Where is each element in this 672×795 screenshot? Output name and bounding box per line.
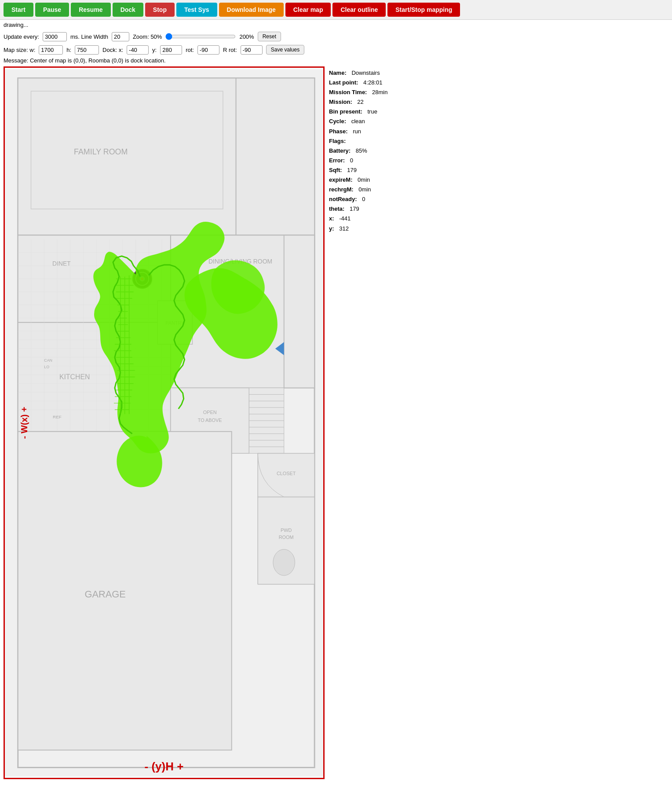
zoom-slider[interactable] [165, 33, 236, 40]
svg-rect-3 [236, 78, 315, 235]
svg-rect-59 [284, 235, 314, 388]
start-stop-mapping-button[interactable]: Start/Stop mapping [387, 3, 460, 17]
info-cycle-label: Cycle: [329, 117, 346, 126]
dock-y-input[interactable] [160, 45, 182, 55]
update-label: Update every: [4, 33, 39, 40]
info-name-value: Downstairs [351, 68, 380, 78]
info-notready-value: 0 [362, 194, 365, 204]
info-sqft-row: Sqft: 179 [329, 165, 408, 175]
info-notready-row: notReady: 0 [329, 194, 408, 204]
rot-input[interactable] [197, 45, 219, 55]
dock-y-label: y: [152, 47, 157, 53]
info-cycle-row: Cycle: clean [329, 117, 408, 126]
status-row: drawing... [0, 20, 672, 30]
test-sys-button[interactable]: Test Sys [176, 3, 217, 17]
map-width-input[interactable] [39, 45, 63, 55]
info-mission-value: 22 [357, 97, 363, 107]
info-theta-row: theta: 179 [329, 204, 408, 214]
dock-button[interactable]: Dock [113, 3, 143, 17]
r-rot-label: R rot: [223, 47, 237, 53]
info-rechrg-row: rechrgM: 0min [329, 185, 408, 194]
info-battery-label: Battery: [329, 146, 351, 156]
map-height-input[interactable] [75, 45, 99, 55]
axis-h-label: - (y)H + [145, 760, 184, 773]
svg-point-63 [273, 550, 295, 576]
dock-x-input[interactable] [127, 45, 149, 55]
info-bin-row: Bin present: true [329, 107, 408, 117]
info-mission-time-value: 28min [372, 88, 387, 97]
info-cycle-value: clean [351, 117, 365, 126]
info-expire-label: expireM: [329, 175, 352, 185]
info-name-label: Name: [329, 68, 347, 78]
update-input[interactable] [43, 32, 67, 41]
svg-rect-2 [18, 78, 236, 235]
info-mission-label: Mission: [329, 97, 352, 107]
line-width-input[interactable] [112, 32, 129, 41]
clear-map-button[interactable]: Clear map [285, 3, 331, 17]
floor-plan-svg: FAMILY ROOM DINING/LIVING ROOM DINET KIT… [5, 68, 323, 778]
info-y-label: y: [329, 224, 334, 234]
info-flags-row: Flags: [329, 136, 408, 146]
message-text: Message: Center of map is (0,0), Roomba … [4, 57, 166, 64]
info-sqft-value: 179 [347, 165, 357, 175]
info-expire-row: expireM: 0min [329, 175, 408, 185]
info-notready-label: notReady: [329, 194, 357, 204]
reset-button[interactable]: Reset [258, 32, 281, 41]
info-y-row: y: 312 [329, 224, 408, 234]
info-theta-value: 179 [350, 204, 359, 214]
ms-line-width-label: ms. Line Width [70, 33, 108, 40]
start-button[interactable]: Start [4, 3, 33, 17]
drawing-status: drawing... [4, 22, 28, 28]
svg-text:REF: REF [53, 414, 62, 419]
dinet-label: DINET [52, 260, 71, 267]
info-error-value: 0 [350, 156, 353, 165]
info-x-value: -441 [339, 214, 351, 223]
stop-button[interactable]: Stop [145, 3, 175, 17]
map-size-label: Map size: w: [4, 47, 35, 53]
message-row: Message: Center of map is (0,0), Roomba … [0, 56, 672, 65]
toolbar: Start Pause Resume Dock Stop Test Sys Do… [0, 0, 672, 20]
kitchen-label: KITCHEN [59, 373, 90, 381]
info-x-label: x: [329, 214, 334, 223]
r-rot-input[interactable] [241, 45, 263, 55]
clear-outline-button[interactable]: Clear outline [332, 3, 386, 17]
info-panel: Name: Downstairs Last point: 4:28:01 Mis… [329, 66, 408, 779]
info-mission-time-label: Mission Time: [329, 88, 367, 97]
info-battery-value: 85% [356, 146, 367, 156]
controls-row-1: Update every: ms. Line Width Zoom: 50% 2… [0, 30, 672, 43]
svg-text:CAN: CAN [44, 358, 52, 363]
info-mission-row: Mission: 22 [329, 97, 408, 107]
info-last-point-row: Last point: 4:28:01 [329, 78, 408, 88]
svg-text:LO: LO [44, 365, 49, 369]
garage-label: GARAGE [84, 589, 125, 600]
open-above-label: OPEN [203, 410, 217, 415]
info-rechrg-label: rechrgM: [329, 185, 354, 194]
pwd-room-label2: ROOM [279, 535, 294, 540]
info-x-row: x: -441 [329, 214, 408, 223]
download-image-button[interactable]: Download Image [219, 3, 284, 17]
save-values-button[interactable]: Save values [266, 45, 304, 55]
map-container[interactable]: FAMILY ROOM DINING/LIVING ROOM DINET KIT… [4, 66, 325, 779]
info-battery-row: Battery: 85% [329, 146, 408, 156]
info-name-row: Name: Downstairs [329, 68, 408, 78]
controls-row-2: Map size: w: h: Dock: x: y: rot: R rot: … [0, 43, 672, 56]
resume-button[interactable]: Resume [71, 3, 110, 17]
axis-w-label: - W(x) + [19, 407, 29, 439]
info-error-label: Error: [329, 156, 345, 165]
info-mission-time-row: Mission Time: 28min [329, 88, 408, 97]
family-room-label: FAMILY ROOM [74, 147, 128, 156]
info-error-row: Error: 0 [329, 156, 408, 165]
info-rechrg-value: 0min [358, 185, 371, 194]
info-y-value: 312 [339, 224, 349, 234]
pwd-room-label: PWD [281, 528, 292, 533]
info-expire-value: 0min [358, 175, 370, 185]
info-theta-label: theta: [329, 204, 344, 214]
dock-label: Dock: x: [102, 47, 123, 53]
pause-button[interactable]: Pause [35, 3, 69, 17]
info-flags-label: Flags: [329, 136, 346, 146]
zoom-label: Zoom: 50% [133, 33, 162, 40]
map-h-label: h: [66, 47, 71, 53]
main-area: FAMILY ROOM DINING/LIVING ROOM DINET KIT… [0, 65, 672, 781]
info-bin-value: true [367, 107, 377, 117]
info-last-point-label: Last point: [329, 78, 358, 88]
